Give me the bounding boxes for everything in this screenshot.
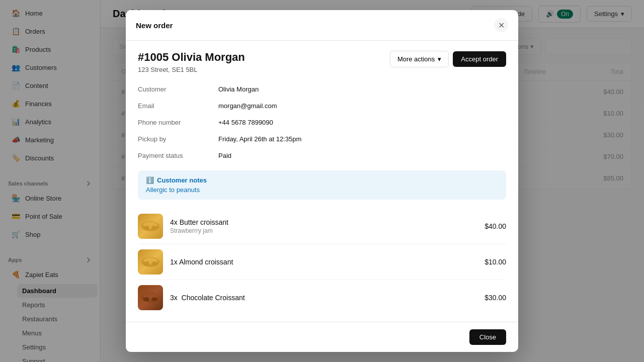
item-details-choc: 3x Chocolate Croissant [170,294,477,302]
svg-point-10 [143,297,149,301]
modal-body: #1005 Olivia Morgan 123 Street, SE1 5BL … [126,41,518,322]
svg-point-7 [151,261,157,265]
item-image-choc [138,285,163,310]
chevron-down-icon: ▾ [438,55,441,63]
svg-point-6 [143,261,149,265]
order-actions: More actions ▾ Accept order [390,51,506,67]
svg-point-11 [151,297,157,301]
customer-notes-box: ℹ️ Customer notes Allergic to peanuts [138,170,506,200]
item-details-almond: 1x Almond croissant [170,258,477,266]
item-image-butter [138,214,163,239]
order-item-almond-croissant: 1x Almond croissant $10.00 [138,244,506,280]
modal-footer: Close [126,322,518,352]
order-header: #1005 Olivia Morgan 123 Street, SE1 5BL … [138,51,506,73]
order-title: #1005 Olivia Morgan [138,51,245,64]
order-title-block: #1005 Olivia Morgan 123 Street, SE1 5BL [138,51,245,73]
item-image-almond [138,249,163,275]
order-items-list: 4x Butter croissant Strawberrry jam $40.… [138,209,506,315]
customer-notes-title: ℹ️ Customer notes [146,176,498,184]
modal-overlay[interactable]: New order ✕ #1005 Olivia Morgan 123 Stre… [0,0,644,362]
info-icon: ℹ️ [146,176,154,184]
order-address: 123 Street, SE1 5BL [138,66,245,73]
svg-point-2 [143,226,149,230]
order-info-grid: Customer Olivia Morgan Email morgan@gmai… [138,83,506,161]
close-button[interactable]: Close [469,329,506,345]
new-order-modal: New order ✕ #1005 Olivia Morgan 123 Stre… [126,10,518,352]
more-actions-button[interactable]: More actions ▾ [390,51,449,67]
order-item-butter-croissant: 4x Butter croissant Strawberrry jam $40.… [138,209,506,244]
modal-header: New order ✕ [126,10,518,41]
customer-notes-text: Allergic to peanuts [146,186,498,194]
modal-title: New order [136,21,173,30]
accept-order-button[interactable]: Accept order [453,51,506,67]
order-item-choc-croissant: 3x Chocolate Croissant $30.00 [138,280,506,315]
item-details-butter: 4x Butter croissant Strawberrry jam [170,218,477,234]
modal-close-button[interactable]: ✕ [494,18,508,32]
svg-point-3 [151,226,157,230]
